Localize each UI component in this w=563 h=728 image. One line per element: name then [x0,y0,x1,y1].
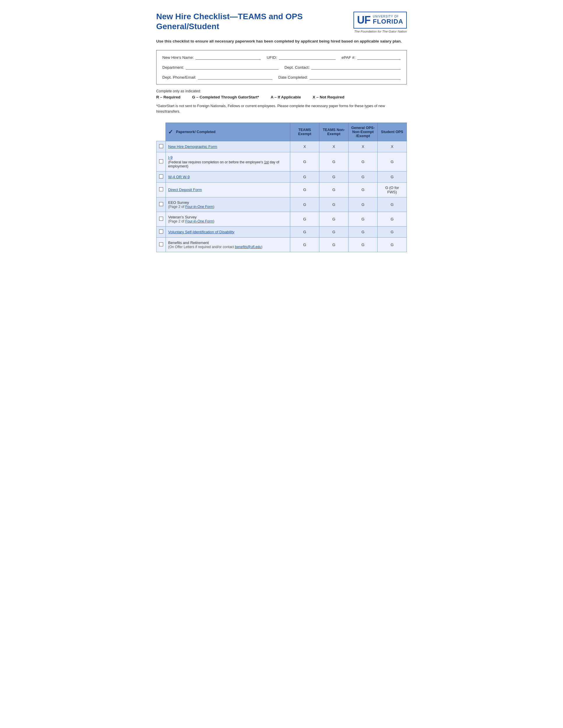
checklist-table: ✓ Paperwork/ Completed TEAMS Exempt TEAM… [156,123,407,252]
student-ops-header: Student OPS [378,123,407,141]
legend-r: R – Required [156,95,180,99]
form-link[interactable]: W-4 OR W-9 [168,175,190,179]
checkbox[interactable] [159,159,163,163]
checkbox[interactable] [159,187,163,191]
gatorstart-note: *GatorStart is not sent to Foreign Natio… [156,103,407,114]
new-hire-name-label: New Hire's Name: [162,55,194,60]
dept-phone-underline [198,75,272,79]
date-completed-field: Date Completed: [278,75,401,79]
teams-nonexempt-header: TEAMS Non-Exempt [320,123,349,141]
checkbox[interactable] [159,229,163,234]
table-row: New Hire Demographic FormXXXX [156,141,407,152]
checkbox[interactable] [159,217,163,221]
teams_exempt-cell: G [290,226,320,237]
florida-label: FLORIDA [373,18,403,25]
form-link[interactable]: I-9 [168,155,172,160]
epaf-underline [357,55,401,60]
email-link[interactable]: benefits@ufl.edu [235,245,261,249]
teams_exempt-cell: G [290,152,320,171]
sub-note: (Page 2 of Four-in-One Form) [168,219,288,223]
paperwork-cell: W-4 OR W-9 [166,171,290,182]
paperwork-cell: I-9(Federal law requires completion on o… [166,152,290,171]
table-row: I-9(Federal law requires completion on o… [156,152,407,171]
table-row: Veteran's Survey(Page 2 of Four-in-One F… [156,212,407,226]
dept-contact-underline [311,65,401,70]
page-header: New Hire Checklist—TEAMS and OPS General… [156,12,407,33]
legend-g: G – Completed Through GatorStart* [192,95,259,99]
paperwork-cell: Veteran's Survey(Page 2 of Four-in-One F… [166,212,290,226]
uf-logo: UF UNIVERSITY of FLORIDA The Foundation … [349,12,407,33]
teams_exempt-cell: G [290,182,320,197]
description-text: Use this checklist to ensure all necessa… [156,38,407,44]
ufid-label: UFID: [266,55,277,60]
dept-phone-label: Dept. Phone/Email: [162,75,196,79]
table-row: EEO Survey(Page 2 of Four-in-One Form)GG… [156,197,407,212]
ufid-field: UFID: [266,55,336,60]
checkmark-icon: ✓ [168,128,173,135]
form-link[interactable]: Voluntary Self-Identification of Disabil… [168,230,234,234]
form-link[interactable]: New Hire Demographic Form [168,144,217,149]
checkbox-cell[interactable] [156,152,166,171]
checkbox-cell[interactable] [156,212,166,226]
teams-exempt-header: TEAMS Exempt [290,123,320,141]
dept-phone-field: Dept. Phone/Email: [162,75,272,79]
general_ops-cell: X [349,141,378,152]
table-row: Voluntary Self-Identification of Disabil… [156,226,407,237]
general_ops-cell: G [349,171,378,182]
dept-contact-label: Dept. Contact: [285,65,310,70]
teams_exempt-cell: G [290,237,320,252]
table-row: Benefits and Retirement(On Offer Letters… [156,237,407,252]
table-row: Direct Deposit FormGGGG (O for FWS) [156,182,407,197]
student_ops-cell: G [378,226,407,237]
department-underline [186,65,278,70]
paperwork-cell: EEO Survey(Page 2 of Four-in-One Form) [166,197,290,212]
checkbox[interactable] [159,174,163,179]
new-hire-name-underline [195,55,261,60]
teams_exempt-cell: G [290,212,320,226]
sub-link[interactable]: Four-in-One Form [185,205,213,209]
date-completed-underline [310,75,401,79]
student_ops-cell: G [378,152,407,171]
uf-logo-text: UNIVERSITY of FLORIDA [373,15,403,25]
legend: R – Required G – Completed Through Gator… [156,95,407,99]
student_ops-cell: G [378,197,407,212]
uf-logo-box: UF UNIVERSITY of FLORIDA [354,12,407,29]
department-label: Department: [162,65,184,70]
teams_nonexempt-cell: G [320,226,349,237]
student_ops-cell: G [378,212,407,226]
checkbox-header [156,123,166,141]
form-link[interactable]: Direct Deposit Form [168,188,202,192]
sub-link[interactable]: Four-in-One Form [185,219,213,223]
form-name: EEO Survey [168,200,189,205]
student_ops-cell: X [378,141,407,152]
info-row-3: Dept. Phone/Email: Date Completed: [162,75,401,79]
teams_nonexempt-cell: G [320,182,349,197]
page-title-block: New Hire Checklist—TEAMS and OPS General… [156,12,303,31]
form-name: Veteran's Survey [168,215,197,219]
teams_exempt-cell: X [290,141,320,152]
checkbox-cell[interactable] [156,197,166,212]
paperwork-cell: Benefits and Retirement(On Offer Letters… [166,237,290,252]
checkbox[interactable] [159,242,163,246]
general_ops-cell: G [349,152,378,171]
teams_nonexempt-cell: G [320,152,349,171]
department-field: Department: [162,65,278,70]
checkbox-cell[interactable] [156,171,166,182]
teams_exempt-cell: G [290,197,320,212]
new-hire-name-field: New Hire's Name: [162,55,261,60]
paperwork-cell: Voluntary Self-Identification of Disabil… [166,226,290,237]
checkbox-cell[interactable] [156,237,166,252]
teams_nonexempt-cell: G [320,237,349,252]
sub-note: (Page 2 of Four-in-One Form) [168,205,288,209]
uf-tagline: The Foundation for The Gator Nation [354,30,407,33]
ufid-underline [279,55,336,60]
legend-a: A – If Applicable [271,95,301,99]
checkbox-cell[interactable] [156,226,166,237]
epaf-label: ePAF #: [342,55,356,60]
table-row: W-4 OR W-9GGGG [156,171,407,182]
checkbox[interactable] [159,144,163,148]
checkbox-cell[interactable] [156,141,166,152]
checkbox[interactable] [159,202,163,206]
general_ops-cell: G [349,237,378,252]
checkbox-cell[interactable] [156,182,166,197]
